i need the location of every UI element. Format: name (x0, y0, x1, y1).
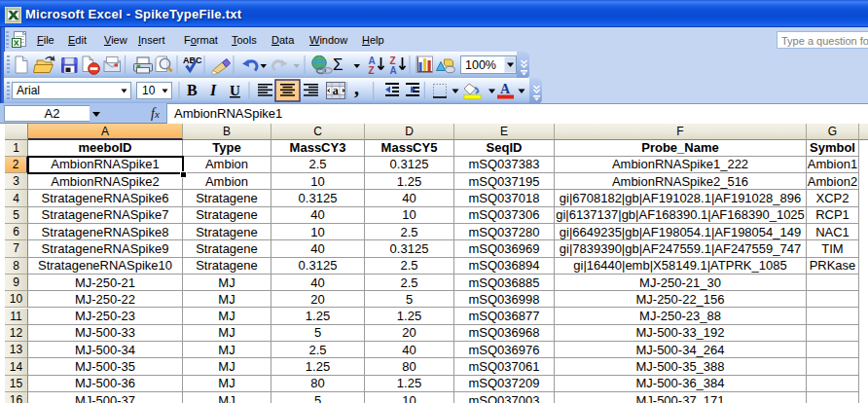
svg-text:Arial: Arial (17, 84, 40, 97)
svg-text:A: A (390, 65, 397, 76)
svg-text:A: A (500, 82, 511, 96)
svg-text:I: I (209, 82, 217, 98)
svg-text:10: 10 (142, 84, 156, 97)
svg-text:a: a (333, 84, 339, 97)
svg-text:U: U (230, 83, 240, 98)
svg-text:,: , (354, 78, 359, 98)
svg-text:B: B (187, 82, 198, 98)
svg-text:100%: 100% (465, 58, 496, 72)
svg-text:Σ: Σ (333, 55, 344, 74)
svg-text:Z: Z (369, 65, 375, 76)
